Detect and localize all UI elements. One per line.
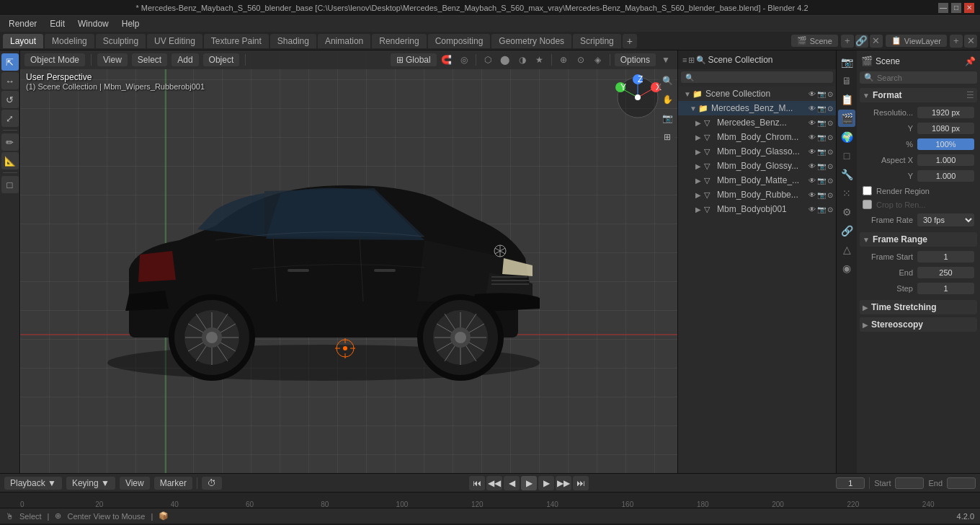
vl-delete-btn[interactable]: ✕	[964, 35, 977, 48]
sc-render-0[interactable]: ⊙	[827, 105, 833, 112]
end-frame-input[interactable]: 250	[947, 477, 976, 489]
crop-checkbox[interactable]	[863, 200, 872, 209]
close-button[interactable]: ✕	[964, 3, 974, 13]
tab-uv-editing[interactable]: UV Editing	[147, 34, 202, 48]
props-pin-btn[interactable]: 📌	[965, 56, 976, 66]
frame-step-value[interactable]: 1	[917, 283, 974, 294]
resolution-y-value[interactable]: 1080 px	[917, 123, 974, 134]
add-cube-tool[interactable]: □	[1, 176, 19, 193]
format-section-header[interactable]: ▼ Format ☰	[860, 88, 977, 102]
menu-help[interactable]: Help	[116, 17, 146, 30]
proportional-edit-button[interactable]: ◎	[457, 53, 471, 67]
viewport-object-button[interactable]: Object	[203, 53, 240, 66]
tab-scripting[interactable]: Scripting	[573, 34, 621, 48]
aspect-x-value[interactable]: 1.000	[917, 154, 974, 166]
sc-cam-3[interactable]: 📷	[817, 148, 826, 156]
sc-eye-5[interactable]: 👁	[808, 177, 816, 185]
xray-toggle-button[interactable]: ◈	[591, 53, 605, 67]
prev-frame-button[interactable]: ◀	[504, 476, 520, 490]
transform-global-button[interactable]: ⊞ Global	[391, 53, 437, 66]
props-data-icon[interactable]: △	[838, 241, 855, 258]
next-frame-button[interactable]: ▶	[538, 476, 554, 490]
scene-delete-btn[interactable]: ✕	[870, 35, 883, 48]
sc-item-3[interactable]: ▶ ▽ Mbm_Body_Glasso... 👁 📷 ⊙	[678, 144, 836, 159]
sc-cam-2[interactable]: 📷	[817, 133, 826, 141]
scene-selector[interactable]: 🎬 Scene	[791, 35, 838, 47]
sc-item-1[interactable]: ▶ ▽ Mercedes_Benz... 👁 📷 ⊙	[678, 115, 836, 130]
sc-render-2[interactable]: ⊙	[827, 133, 833, 141]
tab-animation[interactable]: Animation	[318, 34, 370, 48]
jump-start-button[interactable]: ⏮	[469, 476, 485, 490]
sc-render-1[interactable]: ⊙	[827, 119, 833, 127]
timeline-ruler[interactable]: 0 20 40 60 80 100 120 140 160 180 200 22…	[20, 493, 960, 508]
resolution-x-value[interactable]: 1920 px	[917, 107, 974, 118]
sc-search-input[interactable]	[697, 73, 829, 81]
options-button[interactable]: Options	[615, 53, 656, 66]
tab-sculpting[interactable]: Sculpting	[96, 34, 146, 48]
props-material-icon[interactable]: ◉	[838, 260, 855, 277]
sc-render-4[interactable]: ⊙	[827, 162, 833, 170]
prev-keyframe-button[interactable]: ◀◀	[486, 476, 502, 490]
stereoscopy-section-header[interactable]: ▶ Stereoscopy	[860, 317, 977, 332]
keying-button[interactable]: Keying ▼	[66, 477, 115, 490]
tab-shading[interactable]: Shading	[270, 34, 316, 48]
maximize-button[interactable]: □	[951, 3, 961, 13]
sc-item-6[interactable]: ▶ ▽ Mbm_Body_Rubbe... 👁 📷 ⊙	[678, 188, 836, 202]
next-keyframe-button[interactable]: ▶▶	[556, 476, 571, 490]
move-tool[interactable]: ↔	[1, 72, 19, 89]
rotate-tool[interactable]: ↺	[1, 91, 19, 108]
props-constraints-icon[interactable]: 🔗	[838, 222, 855, 239]
playback-button[interactable]: Playback ▼	[4, 477, 62, 490]
snap-button[interactable]: 🧲	[440, 53, 454, 67]
sc-header-icon1[interactable]: ≡	[682, 56, 687, 64]
marker-button[interactable]: Marker	[154, 477, 192, 490]
sc-cam-7[interactable]: 📷	[817, 206, 826, 213]
sc-item-2[interactable]: ▶ ▽ Mbm_Body_Chrom... 👁 📷 ⊙	[678, 130, 836, 144]
tab-texture-paint[interactable]: Texture Paint	[204, 34, 269, 48]
sc-render-5[interactable]: ⊙	[827, 177, 833, 185]
render-region-checkbox[interactable]	[863, 186, 872, 195]
sc-cam-5[interactable]: 📷	[817, 177, 826, 185]
props-world-icon[interactable]: 🌍	[838, 128, 855, 146]
frame-end-value[interactable]: 250	[917, 267, 974, 278]
sc-eye-0[interactable]: 👁	[808, 105, 816, 112]
sc-header-filter[interactable]: 🔍	[696, 56, 706, 65]
scene-link-btn[interactable]: 🔗	[855, 35, 868, 48]
tab-geometry-nodes[interactable]: Geometry Nodes	[491, 34, 571, 48]
props-physics-icon[interactable]: ⚙	[838, 203, 855, 221]
measure-tool[interactable]: 📐	[1, 152, 19, 169]
props-view-layer-icon[interactable]: 📋	[838, 91, 855, 108]
scale-tool[interactable]: ⤢	[1, 110, 19, 127]
props-output-icon[interactable]: 🖥	[838, 72, 855, 89]
sc-header-icon2[interactable]: ⊞	[688, 56, 695, 65]
view-layer-selector[interactable]: 📋 ViewLayer	[886, 35, 947, 47]
aspect-y-value[interactable]: 1.000	[917, 170, 974, 182]
sc-eye-4[interactable]: 👁	[808, 162, 816, 170]
sc-root-render[interactable]: ⊙	[827, 90, 833, 98]
scene-new-btn[interactable]: +	[841, 35, 854, 48]
sc-root-eye[interactable]: 👁	[808, 90, 816, 98]
rendered-button[interactable]: ★	[533, 53, 547, 67]
sc-cam-6[interactable]: 📷	[817, 191, 826, 199]
gizmo-toggle-button[interactable]: ⊕	[556, 53, 571, 67]
sc-eye-1[interactable]: 👁	[808, 119, 816, 127]
props-object-icon[interactable]: □	[838, 147, 855, 164]
start-frame-input[interactable]: 1	[895, 477, 924, 489]
viewport[interactable]: Object Mode View Select Add Object ⊞ Glo…	[20, 50, 677, 473]
sc-render-7[interactable]: ⊙	[827, 206, 833, 213]
timeline-view-button[interactable]: View	[120, 477, 150, 490]
jump-end-button[interactable]: ⏭	[573, 476, 589, 490]
props-search-input[interactable]	[877, 74, 973, 82]
props-modifier-icon[interactable]: 🔧	[838, 166, 855, 183]
viewport-zoom-in-button[interactable]: 🔍	[659, 72, 676, 89]
sc-eye-6[interactable]: 👁	[808, 191, 816, 199]
vl-new-btn[interactable]: +	[950, 35, 963, 48]
viewport-camera-button[interactable]: 📷	[659, 110, 676, 127]
overlay-toggle-button[interactable]: ⊙	[574, 53, 588, 67]
sc-render-3[interactable]: ⊙	[827, 148, 833, 156]
menu-window[interactable]: Window	[72, 17, 115, 30]
tab-modeling[interactable]: Modeling	[45, 34, 94, 48]
viewport-pan-button[interactable]: ✋	[659, 91, 676, 108]
menu-render[interactable]: Render	[3, 17, 43, 30]
sc-eye-2[interactable]: 👁	[808, 133, 816, 141]
